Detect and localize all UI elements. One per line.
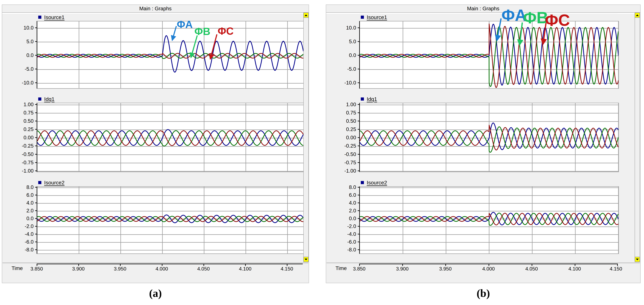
waveform-canvas <box>37 187 303 253</box>
window-titlebar[interactable]: Main : Graphs <box>2 5 309 13</box>
y-tick-mark <box>358 28 360 28</box>
y-tick-label: -0.25 <box>10 143 34 149</box>
plot-idq1[interactable] <box>37 103 304 172</box>
pscad-graphs-window-a: Main : Graphs Isource1 Idq1 Isource2 Tim… <box>2 5 309 283</box>
legend-label[interactable]: Idq1 <box>44 96 54 102</box>
phase-a-label: ΦA <box>502 7 526 23</box>
phase-c-label: ΦC <box>545 12 570 28</box>
y-tick-label: -4.0 <box>10 231 34 237</box>
scroll-down-button[interactable] <box>304 257 308 262</box>
y-tick-label: 0.50 <box>10 118 34 124</box>
y-tick-mark <box>35 162 37 163</box>
y-tick-mark <box>35 69 37 69</box>
phase-b-label: ΦB <box>194 26 210 37</box>
legend-label[interactable]: Idq1 <box>367 96 377 102</box>
time-tick-mark <box>617 264 618 266</box>
y-tick-label: 0.00 <box>333 135 356 141</box>
time-tick-label: 4.100 <box>236 266 254 272</box>
y-tick-label: -1.00 <box>10 168 34 174</box>
y-tick-label: 4.0 <box>333 200 356 206</box>
y-tick-mark <box>358 154 360 155</box>
y-tick-label: 8.0 <box>333 184 356 190</box>
y-tick-mark <box>35 203 37 203</box>
y-tick-label: -0.75 <box>10 160 34 166</box>
scroll-up-button[interactable] <box>304 13 308 18</box>
legend-label[interactable]: Isource1 <box>367 14 387 20</box>
time-tick-mark <box>37 264 37 266</box>
legend-label[interactable]: Isource2 <box>367 180 387 186</box>
y-tick-label: -0.50 <box>333 151 356 157</box>
time-tick-label: 4.050 <box>194 266 213 272</box>
time-axis-separator <box>2 262 308 263</box>
y-tick-mark <box>35 234 37 234</box>
time-tick-label: 3.950 <box>436 266 455 272</box>
y-tick-mark <box>358 83 360 83</box>
y-tick-label: -1.00 <box>333 168 356 174</box>
vertical-scrollbar[interactable] <box>303 13 309 262</box>
vertical-scrollbar[interactable] <box>635 13 640 262</box>
curve-marker-icon <box>38 16 41 19</box>
y-tick-mark <box>358 69 360 69</box>
legend-isource2: Isource2 <box>37 179 303 186</box>
y-tick-label: 0.25 <box>333 126 356 132</box>
y-tick-label: -2.0 <box>10 223 34 229</box>
up-arrow-icon <box>304 14 308 16</box>
curve-marker-icon <box>361 97 364 101</box>
scroll-up-button[interactable] <box>635 13 640 18</box>
plot-isource2[interactable] <box>37 186 304 254</box>
plot-idq1[interactable] <box>359 103 619 172</box>
waveform-canvas <box>360 103 618 172</box>
plot-isource2[interactable] <box>359 186 619 254</box>
y-tick-mark <box>358 162 360 163</box>
time-tick-mark <box>445 264 446 266</box>
y-tick-label: -10.0 <box>333 80 356 86</box>
window-titlebar[interactable]: Main : Graphs <box>326 5 640 13</box>
y-tick-label: -4.0 <box>333 231 356 237</box>
waveform-canvas <box>360 22 618 88</box>
y-tick-mark <box>358 210 360 211</box>
time-tick-mark <box>245 264 246 266</box>
y-tick-label: -0.25 <box>333 143 356 149</box>
y-tick-mark <box>358 226 360 227</box>
time-tick-label: 3.850 <box>27 266 46 272</box>
y-tick-label: 2.0 <box>333 208 356 214</box>
y-tick-label: -5.0 <box>10 66 34 72</box>
y-tick-mark <box>358 195 360 195</box>
y-tick-mark <box>35 28 37 28</box>
time-axis-title: Time <box>336 265 347 271</box>
subfigure-caption-b: (b) <box>468 287 499 299</box>
y-tick-mark <box>35 218 37 219</box>
y-tick-label: 0.0 <box>333 215 356 221</box>
y-tick-label: 0.0 <box>333 52 356 58</box>
y-tick-mark <box>35 195 37 195</box>
y-tick-mark <box>35 146 37 146</box>
time-tick-label: 4.000 <box>152 266 171 272</box>
scroll-down-button[interactable] <box>635 257 640 262</box>
phase-a-label: ΦA <box>177 19 193 30</box>
y-tick-label: 1.00 <box>333 102 356 107</box>
y-tick-mark <box>358 146 360 146</box>
y-tick-mark <box>358 104 360 105</box>
y-tick-label: 6.0 <box>10 192 34 198</box>
time-tick-mark <box>162 264 162 266</box>
y-tick-label: -8.0 <box>10 247 34 253</box>
plot-isource1[interactable] <box>359 21 619 89</box>
waveform-canvas <box>37 22 303 88</box>
y-tick-mark <box>358 112 360 113</box>
curve-marker-icon <box>361 181 364 184</box>
down-arrow-icon <box>636 259 639 260</box>
time-axis-title: Time <box>12 265 23 271</box>
curve-marker-icon <box>38 97 41 101</box>
y-tick-label: -6.0 <box>333 239 356 245</box>
y-tick-mark <box>35 129 37 130</box>
y-tick-mark <box>35 210 37 211</box>
time-tick-mark <box>120 264 120 266</box>
time-tick-label: 3.900 <box>393 266 412 272</box>
legend-label[interactable]: Isource2 <box>44 180 64 186</box>
plot-isource1[interactable] <box>37 21 304 89</box>
time-tick-label: 4.150 <box>606 266 625 272</box>
time-tick-mark <box>488 264 489 266</box>
y-tick-label: -6.0 <box>10 239 34 245</box>
legend-label[interactable]: Isource1 <box>44 14 64 20</box>
time-tick-mark <box>532 264 532 266</box>
